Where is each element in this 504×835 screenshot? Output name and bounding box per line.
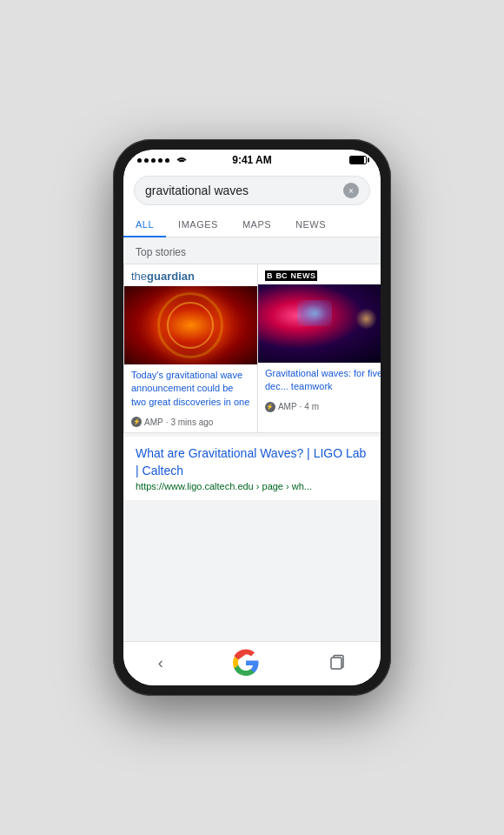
signal-dot-2 [144,158,149,163]
top-stories-label: Top stories [123,237,381,264]
guardian-story-image [124,286,257,364]
signal-dot-3 [151,158,156,163]
search-tabs: ALL IMAGES MAPS NEWS [123,212,381,237]
signal-dot-1 [137,158,142,163]
stories-row: theguardian Today's gravitational wave a… [123,264,381,433]
battery-area [349,156,367,164]
screen: 9:41 AM gravitational waves × ALL IMAGES [123,150,381,685]
phone-inner: 9:41 AM gravitational waves × ALL IMAGES [123,150,381,685]
result-title: What are Gravitational Waves? | LIGO Lab… [136,445,368,479]
bbc-separator: · [300,402,302,411]
phone-shell: 9:41 AM gravitational waves × ALL IMAGES [113,139,391,696]
bottom-nav: ‹ [123,641,381,685]
main-content: Top stories theguardian Today's g [123,237,381,641]
signal-area [137,155,188,165]
tabs-button[interactable] [328,653,346,673]
bbc-story-meta: ⚡ AMP · 4 m [258,398,381,418]
search-bar[interactable]: gravitational waves × [134,176,370,205]
bbc-box-b: B [265,271,275,281]
space-nebula-image [258,284,381,363]
gravitational-wave-image [124,286,257,364]
tab-maps[interactable]: MAPS [230,212,283,237]
bbc-story-image [258,284,381,363]
guardian-time: 3 mins ago [170,418,213,427]
guardian-logo: theguardian [131,270,195,283]
story-card-bbc[interactable]: B BC NEWS Gravitational waves: for five … [257,264,381,433]
guardian-story-title: Today's gravitational wave announcement … [124,364,257,413]
result-url: https://www.ligo.caltech.edu › page › wh… [136,481,368,491]
search-bar-container: gravitational waves × [123,169,381,212]
search-result-ligo[interactable]: What are Gravitational Waves? | LIGO Lab… [123,437,381,500]
signal-dot-5 [165,158,169,163]
battery-fill [350,157,364,164]
signal-dot-4 [158,158,162,163]
guardian-story-meta: ⚡ AMP · 3 mins ago [124,413,257,432]
story-card-guardian[interactable]: theguardian Today's gravitational wave a… [123,264,257,433]
bbc-source: B BC NEWS [258,264,381,284]
status-time: 9:41 AM [232,154,272,166]
clear-search-button[interactable]: × [343,183,359,198]
bbc-logo: B BC NEWS [265,271,318,281]
amp-icon-guardian: ⚡ [131,417,142,427]
google-g-logo[interactable] [232,649,260,677]
back-button[interactable]: ‹ [158,654,163,672]
amp-icon-bbc: ⚡ [265,402,275,412]
svg-rect-0 [331,658,342,669]
wifi-icon [176,155,188,165]
bbc-amp-label: AMP [278,402,297,411]
tab-all[interactable]: ALL [123,212,166,237]
status-bar: 9:41 AM [123,150,381,169]
bbc-time: 4 m [304,402,319,411]
tab-images[interactable]: IMAGES [166,212,230,237]
bbc-box-bc: BC [274,271,288,281]
guardian-source: theguardian [124,264,257,286]
battery-icon [349,156,367,164]
bbc-news-label: NEWS [288,271,317,281]
search-query: gravitational waves [145,184,343,197]
guardian-amp-label: AMP [144,418,163,427]
tab-news[interactable]: NEWS [283,212,338,237]
bbc-story-title: Gravitational waves: for five dec... tea… [258,363,381,398]
guardian-separator: · [166,418,169,427]
